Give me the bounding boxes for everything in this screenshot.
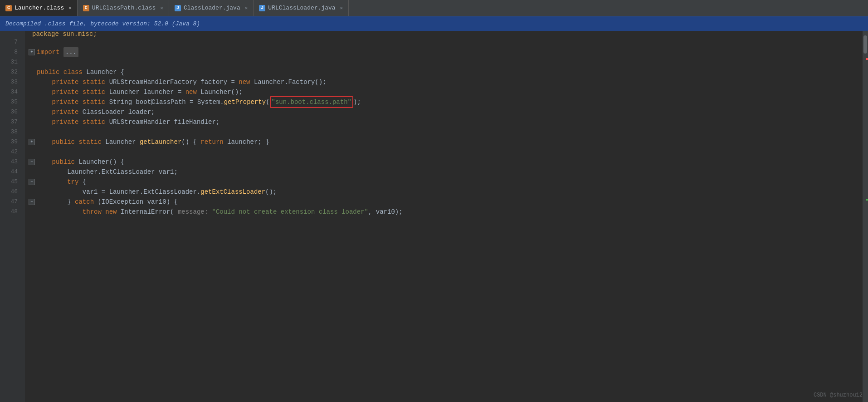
tab-label-classloader: ClassLoader.java [184,5,240,11]
line-num-7: 7 [0,37,21,47]
fold-icon-43[interactable]: − [29,159,35,165]
highlight-string: "sun.boot.class.path" [272,98,351,106]
code-line-34: private static Launcher launcher = new L… [29,87,863,97]
info-bar: Decompiled .class file, bytecode version… [0,16,868,31]
tab-label-launcher: Launcher.class [15,5,64,11]
info-bar-text: Decompiled .class file, bytecode version… [5,20,200,27]
line-num-42: 42 [0,147,21,157]
code-content[interactable]: package sun.misc; + import ... public cl… [25,31,863,402]
code-line-33: private static URLStreamHandlerFactory f… [29,77,863,87]
code-line-42 [29,147,863,157]
tab-icon-urlclasspath: C [83,5,89,11]
line-num-36: 36 [0,107,21,117]
line-num-31: 31 [0,57,21,67]
code-line-38 [29,127,863,137]
line-num-35: 35 [0,97,21,107]
tab-icon-urlclassloader: J [259,5,265,11]
fold-icon-39[interactable]: + [29,139,35,145]
line-num-38: 38 [0,127,21,137]
code-line-48: throw new InternalError( message: "Could… [29,207,863,217]
tab-close-classloader[interactable]: ✕ [245,5,248,11]
scrollbar-track[interactable] [863,31,868,402]
tab-classloader-java[interactable]: J ClassLoader.java ✕ [169,0,254,16]
fold-icon-47[interactable]: − [29,199,35,205]
line-numbers: 7 8 31 32 33 34 35 36 37 38 39 42 43 44 … [0,31,25,402]
tab-bar: C Launcher.class ✕ C URLClassPath.class … [0,0,868,16]
code-line-46: var1 = Launcher.ExtClassLoader.getExtCla… [29,187,863,197]
code-line-47: − } catch (IOException var10) { [29,197,863,207]
code-line-8: + import ... [29,47,863,57]
line-num-32: 32 [0,67,21,77]
tab-urlclassloader-java[interactable]: J URLClassLoader.java ✕ [254,0,349,16]
line-num-8: 8 [0,47,21,57]
code-area: 7 8 31 32 33 34 35 36 37 38 39 42 43 44 … [0,31,868,402]
line-num-37: 37 [0,117,21,127]
watermark: CSDN @shuzhou12 [814,392,863,398]
line-num-48: 48 [0,207,21,217]
line-num-33: 33 [0,77,21,87]
code-line-37: private static URLStreamHandler fileHand… [29,117,863,127]
tab-close-urlclasspath[interactable]: ✕ [160,5,163,11]
line-num-39: 39 [0,137,21,147]
line-num-47: 47 [0,197,21,207]
line-num-44: 44 [0,167,21,177]
scrollbar-indicator-error [866,58,868,60]
tab-close-launcher[interactable]: ✕ [68,5,72,11]
code-line-36: private ClassLoader loader; [29,107,863,117]
code-line-43: − public Launcher() { [29,157,863,167]
tab-launcher-class[interactable]: C Launcher.class ✕ [0,0,78,16]
code-line-31 [29,57,863,67]
scrollbar-thumb[interactable] [863,35,867,54]
tab-urlclasspath-class[interactable]: C URLClassPath.class ✕ [78,0,169,16]
line-num-43: 43 [0,157,21,167]
code-line-partial: package sun.misc; [29,31,863,37]
code-line-32: public class Launcher { [29,67,863,77]
tab-label-urlclassloader: URLClassLoader.java [268,5,335,11]
code-line-39: + public static Launcher getLauncher () … [29,137,863,147]
code-line-7 [29,37,863,47]
code-line-35: private static String bootClassPath = Sy… [29,97,863,107]
line-num-34: 34 [0,87,21,97]
tab-icon-classloader: J [175,5,181,11]
fold-icon-8[interactable]: + [29,49,35,55]
tab-icon-launcher: C [5,5,12,11]
line-num-46: 46 [0,187,21,197]
tab-close-urlclassloader[interactable]: ✕ [340,5,343,11]
code-line-45: − try { [29,177,863,187]
scrollbar-indicator-current [866,199,868,201]
code-line-44: Launcher.ExtClassLoader var1; [29,167,863,177]
tab-label-urlclasspath: URLClassPath.class [92,5,156,11]
fold-icon-45[interactable]: − [29,179,35,185]
line-num-45: 45 [0,177,21,187]
